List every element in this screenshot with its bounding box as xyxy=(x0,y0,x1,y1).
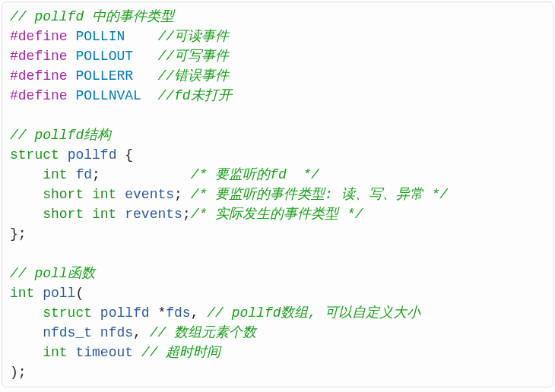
punct: , xyxy=(133,325,150,340)
type-int: int xyxy=(10,286,34,301)
punct: ; xyxy=(92,167,191,182)
punct: }; xyxy=(10,226,27,242)
punct: , xyxy=(191,305,208,321)
macro-name: POLLOUT xyxy=(75,49,133,64)
keyword-struct: struct xyxy=(10,147,59,163)
comment: /* 要监听的事件类型: 读、写、异常 */ xyxy=(191,187,448,202)
punct: { xyxy=(116,147,133,163)
punct: ; xyxy=(174,187,191,202)
type-int: int xyxy=(10,345,68,360)
comment: /* 实际发生的事件类型 */ xyxy=(191,207,363,222)
param-fds: fds xyxy=(166,305,190,321)
param-nfds: nfds xyxy=(100,325,133,340)
punct: ; xyxy=(182,207,191,222)
keyword-struct: struct xyxy=(10,305,92,321)
comment: //可读事件 xyxy=(157,29,229,44)
type-nfds_t: nfds_t xyxy=(10,325,92,340)
preproc-define: #define xyxy=(10,49,68,64)
type-short-int: short int xyxy=(10,207,116,222)
preproc-define: #define xyxy=(10,68,68,84)
param-timeout: timeout xyxy=(75,345,133,360)
comment: // 超时时间 xyxy=(141,345,220,360)
code-block: // pollfd 中的事件类型 #define POLLIN //可读事件 #… xyxy=(2,2,553,387)
comment: //fd未打开 xyxy=(157,88,231,103)
punct: ( xyxy=(75,286,84,301)
type-pollfd: pollfd xyxy=(100,305,150,321)
comment: // 数组元素个数 xyxy=(150,325,256,340)
preproc-define: #define xyxy=(10,88,68,103)
preproc-define: #define xyxy=(10,29,68,44)
comment: //可写事件 xyxy=(157,49,229,64)
comment-line: // pollfd 中的事件类型 xyxy=(10,9,174,24)
comment-line: // poll函数 xyxy=(10,266,95,281)
macro-name: POLLIN xyxy=(75,29,125,44)
comment: //错误事件 xyxy=(157,68,229,84)
field-fd: fd xyxy=(75,167,92,182)
macro-name: POLLNVAL xyxy=(75,88,141,103)
struct-name: pollfd xyxy=(68,147,117,163)
punct: ); xyxy=(10,365,27,380)
type-short-int: short int xyxy=(10,187,116,202)
type-int: int xyxy=(10,167,68,182)
comment: // pollfd数组, 可以自定义大小 xyxy=(207,305,420,321)
comment: /* 要监听的fd */ xyxy=(191,167,319,182)
field-events: events xyxy=(125,187,174,202)
macro-name: POLLERR xyxy=(75,68,133,84)
comment-line: // pollfd结构 xyxy=(10,128,111,143)
field-revents: revents xyxy=(125,207,182,222)
func-poll: poll xyxy=(43,286,75,301)
punct: * xyxy=(150,305,166,321)
